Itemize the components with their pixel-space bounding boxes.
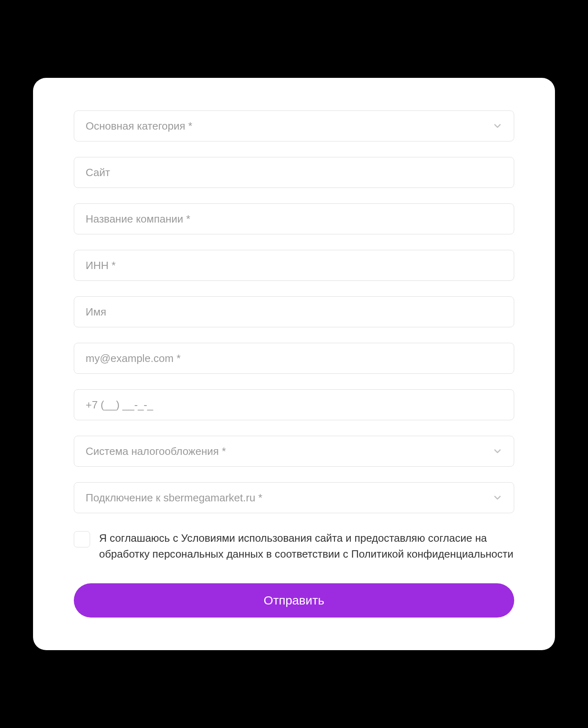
select-wrapper: Основная категория * [74,110,514,141]
connection-select[interactable]: Подключение к sbermegamarket.ru * [74,482,514,513]
connection-placeholder: Подключение к sbermegamarket.ru * [86,492,262,504]
tax-system-select[interactable]: Система налогообложения * [74,436,514,467]
form-card: Основная категория * Система нал [33,78,555,650]
consent-checkbox[interactable] [74,531,90,547]
inn-input[interactable] [74,250,514,281]
consent-label: Я соглашаюсь с Условиями использования с… [99,530,514,562]
field-phone [74,389,514,420]
email-input[interactable] [74,343,514,374]
field-email [74,343,514,374]
category-select[interactable]: Основная категория * [74,110,514,141]
category-placeholder: Основная категория * [86,120,192,132]
company-input[interactable] [74,203,514,234]
submit-button[interactable]: Отправить [74,583,514,618]
tax-system-placeholder: Система налогообложения * [86,445,226,458]
phone-input[interactable] [74,389,514,420]
field-website [74,157,514,188]
field-tax-system: Система налогообложения * [74,436,514,467]
field-connection: Подключение к sbermegamarket.ru * [74,482,514,513]
field-category: Основная категория * [74,110,514,141]
field-company [74,203,514,234]
website-input[interactable] [74,157,514,188]
select-wrapper: Подключение к sbermegamarket.ru * [74,482,514,513]
select-wrapper: Система налогообложения * [74,436,514,467]
field-inn [74,250,514,281]
consent-row: Я соглашаюсь с Условиями использования с… [74,530,514,562]
name-input[interactable] [74,296,514,327]
field-name [74,296,514,327]
